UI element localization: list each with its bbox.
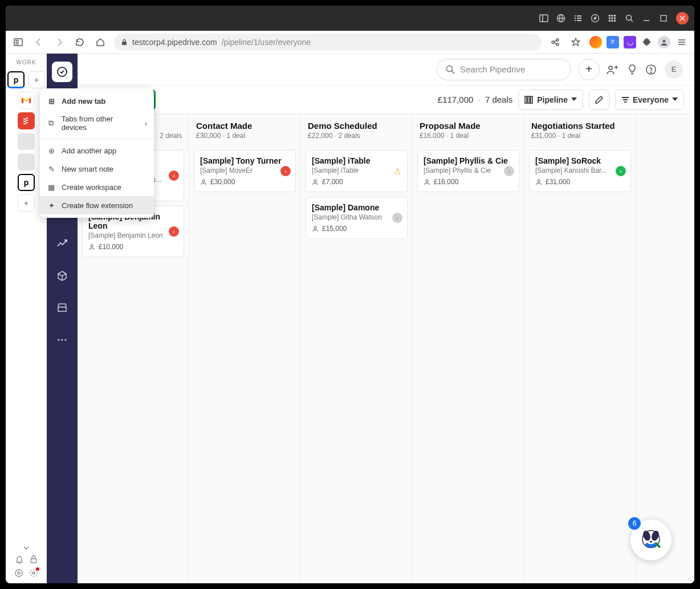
person-icon xyxy=(424,178,430,185)
menu-add-app[interactable]: ⊕Add another app xyxy=(40,141,154,160)
profile-avatar-icon[interactable] xyxy=(658,36,670,48)
share-icon[interactable] xyxy=(548,35,562,49)
nav-more-icon[interactable] xyxy=(52,330,72,350)
status-none-icon: › xyxy=(504,166,514,176)
url-bar[interactable]: testcorp4.pipedrive.com/pipeline/1/user/… xyxy=(114,34,542,51)
bookmark-icon[interactable] xyxy=(569,35,583,49)
deal-title: [Sample] iTable xyxy=(312,156,401,165)
purple-extension-icon[interactable]: ◡ xyxy=(624,36,636,48)
close-button[interactable] xyxy=(676,12,689,25)
svg-line-22 xyxy=(631,20,633,22)
search-input[interactable]: Search Pipedrive xyxy=(437,59,571,80)
deal-org: [Sample] iTable xyxy=(312,166,401,174)
maximize-button[interactable] xyxy=(659,14,668,23)
forward-button[interactable] xyxy=(52,35,66,49)
svg-point-63 xyxy=(447,66,453,71)
lock-icon xyxy=(121,39,128,46)
chevron-down-icon[interactable] xyxy=(23,546,30,550)
pipeline-column: Proposal Made £16,000 · 1 deal [Sample] … xyxy=(413,114,524,583)
menu-other-devices[interactable]: ⧉Tabs from other devices› xyxy=(40,110,154,136)
assistant-dog-icon xyxy=(637,526,665,554)
deal-card[interactable]: [Sample] Damone [Sample] Githa Watson £1… xyxy=(306,197,408,239)
pipeline-toolbar: +Deal £117,000 · 7 deals Pipeline xyxy=(78,86,694,114)
svg-rect-74 xyxy=(528,96,530,103)
column-summary: £30,000 · 1 deal xyxy=(196,132,294,140)
fab-badge: 6 xyxy=(628,517,641,530)
menu-create-flow[interactable]: ✦Create flow extension xyxy=(40,196,154,214)
deal-card[interactable]: [Sample] SoRock [Sample] Kanushi Bar... … xyxy=(529,150,631,192)
pipeline-selector[interactable]: Pipeline xyxy=(518,90,583,110)
deal-card[interactable]: [Sample] Phyllis & Cie [Sample] Phyllis … xyxy=(417,150,519,192)
svg-point-34 xyxy=(556,43,559,46)
svg-rect-38 xyxy=(609,38,616,46)
reload-button[interactable] xyxy=(73,35,87,49)
docs-extension-icon[interactable] xyxy=(607,36,619,48)
bell-icon[interactable] xyxy=(15,555,24,564)
panel-icon[interactable] xyxy=(539,14,548,23)
grey-app-icon[interactable] xyxy=(18,153,35,170)
settings-icon[interactable] xyxy=(29,568,38,578)
menu-icon[interactable] xyxy=(675,35,689,49)
help-icon[interactable] xyxy=(645,64,657,75)
person-icon xyxy=(312,178,319,185)
svg-rect-0 xyxy=(540,15,548,22)
back-button[interactable] xyxy=(32,35,46,49)
svg-point-47 xyxy=(15,570,22,576)
svg-rect-17 xyxy=(614,18,616,19)
tips-icon[interactable] xyxy=(627,64,637,75)
deal-value: £30,000 xyxy=(210,178,235,186)
pipedrive-app-icon[interactable]: p xyxy=(18,174,35,191)
url-path: /pipeline/1/user/everyone xyxy=(222,38,311,47)
brave-extension-icon[interactable] xyxy=(589,36,602,48)
pipedrive-tab-icon[interactable]: p xyxy=(7,71,25,88)
filter-selector[interactable]: Everyone xyxy=(615,90,684,110)
nav-insights-icon[interactable] xyxy=(52,234,72,254)
deal-title: [Sample] Phyllis & Cie xyxy=(424,156,513,165)
person-icon xyxy=(88,243,95,250)
globe-icon[interactable] xyxy=(556,14,565,23)
compass-icon[interactable] xyxy=(591,14,600,23)
svg-point-49 xyxy=(32,572,35,574)
pipeline-summary: £117,000 · 7 deals xyxy=(438,95,512,104)
svg-point-93 xyxy=(650,541,653,543)
nav-marketplace-icon[interactable] xyxy=(52,298,72,318)
todoist-app-icon[interactable] xyxy=(18,112,35,129)
svg-rect-8 xyxy=(577,18,581,19)
deal-org: [Sample] Phyllis & Cie xyxy=(424,166,513,174)
extensions-icon[interactable] xyxy=(641,36,653,48)
assistant-fab[interactable]: 6 xyxy=(630,519,671,560)
grey-app-icon[interactable] xyxy=(18,133,35,150)
deal-card[interactable]: [Sample] Tony Turner [Sample] MoveEr £30… xyxy=(194,150,296,192)
lock-icon[interactable] xyxy=(30,555,38,564)
svg-rect-19 xyxy=(612,20,613,22)
svg-point-65 xyxy=(609,66,612,70)
menu-add-tab[interactable]: ⊞Add new tab xyxy=(40,92,154,110)
gmail-app-icon[interactable] xyxy=(18,92,35,109)
minimize-button[interactable] xyxy=(642,14,651,23)
menu-smart-note[interactable]: ✎New smart note xyxy=(40,160,154,178)
nav-products-icon[interactable] xyxy=(52,266,72,286)
home-button[interactable] xyxy=(93,35,107,49)
search-icon[interactable] xyxy=(625,14,634,23)
list-icon[interactable] xyxy=(573,14,583,23)
menu-create-workspace[interactable]: ▦Create workspace xyxy=(40,178,154,196)
apps-icon[interactable] xyxy=(608,14,617,23)
sidebar-toggle-icon[interactable] xyxy=(11,35,25,49)
svg-marker-76 xyxy=(571,98,577,101)
quick-add-button[interactable]: + xyxy=(578,59,600,80)
add-tab-icon[interactable]: + xyxy=(28,71,45,88)
pipeline-board[interactable]: Qualified · 2 deals [Sample] EmpowerMove… xyxy=(78,114,694,583)
invite-icon[interactable] xyxy=(607,64,619,75)
svg-rect-24 xyxy=(661,15,666,21)
column-title: Negotiations Started xyxy=(531,121,629,131)
svg-rect-40 xyxy=(611,41,614,42)
svg-rect-14 xyxy=(614,15,616,17)
deal-org: [Sample] Githa Watson xyxy=(312,213,401,221)
deal-card[interactable]: [Sample] iTable [Sample] iTable £7,000 ⚠ xyxy=(306,150,408,192)
add-app-icon[interactable]: + xyxy=(18,194,35,212)
svg-point-92 xyxy=(653,538,655,541)
nav-deals-icon[interactable] xyxy=(52,62,72,82)
edit-pipeline-button[interactable] xyxy=(589,90,609,110)
target-icon[interactable] xyxy=(14,568,23,578)
user-avatar[interactable]: E xyxy=(665,60,683,79)
